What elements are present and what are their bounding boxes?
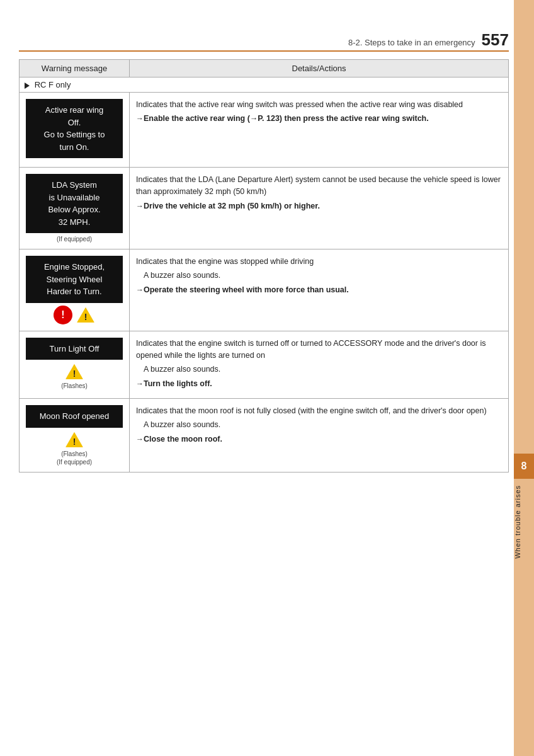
page-header: 8-2. Steps to take in an emergency 557 xyxy=(19,32,509,52)
rcf-only-label: RC F only xyxy=(35,80,71,89)
display-line-1: Moon Roof opened xyxy=(32,410,116,423)
table-row: Engine Stopped, Steering Wheel Harder to… xyxy=(20,249,509,331)
details-cell-moon-roof: Indicates that the moon roof is not full… xyxy=(130,399,509,472)
details-text-active-rear-wing: Indicates that the active rear wing swit… xyxy=(136,99,502,125)
display-line-4: turn On. xyxy=(32,141,116,154)
svg-text:!: ! xyxy=(73,369,76,379)
display-box-turn-light-off: Turn Light Off xyxy=(26,338,123,360)
page-number: 557 xyxy=(482,32,509,48)
display-box-engine-stopped: Engine Stopped, Steering Wheel Harder to… xyxy=(26,256,123,303)
chapter-title: When trouble arises xyxy=(514,485,534,559)
display-box-moon-roof: Moon Roof opened xyxy=(26,405,123,428)
svg-text:!: ! xyxy=(84,311,88,321)
icon-row-turn-light-off: ! xyxy=(26,362,123,381)
detail-desc-2: A buzzer also sounds. xyxy=(144,364,502,375)
display-line-3: Below Approx. xyxy=(32,203,116,216)
display-line-3: Harder to Turn. xyxy=(32,285,116,298)
display-box-lda: LDA System is Unavailable Below Approx. … xyxy=(26,174,123,233)
details-cell-active-rear-wing: Indicates that the active rear wing swit… xyxy=(130,93,509,168)
detail-action: →Operate the steering wheel with more fo… xyxy=(136,284,502,296)
display-line-4: 32 MPH. xyxy=(32,216,116,229)
detail-desc-2: A buzzer also sounds. xyxy=(144,270,502,282)
red-exclaim-icon: ! xyxy=(54,306,72,324)
flashes-label-moon-roof: (Flashes) xyxy=(26,450,123,457)
detail-desc: Indicates that the active rear wing swit… xyxy=(136,99,502,111)
display-box-active-rear-wing: Active rear wing Off. Go to Settings to … xyxy=(26,99,123,158)
rcf-only-cell: RC F only xyxy=(20,77,509,93)
detail-action: →Close the moon roof. xyxy=(136,433,502,445)
table-row: Active rear wing Off. Go to Settings to … xyxy=(20,93,509,168)
display-line-2: Off. xyxy=(32,117,116,129)
warning-table: Warning message Details/Actions RC F onl… xyxy=(19,59,509,472)
details-text-lda: Indicates that the LDA (Lane Departure A… xyxy=(136,174,502,212)
table-row: Turn Light Off ! (Flashes) xyxy=(20,331,509,399)
warning-cell-engine-stopped: Engine Stopped, Steering Wheel Harder to… xyxy=(20,249,130,331)
icon-row-engine-stopped: ! ! xyxy=(26,306,123,324)
details-text-moon-roof: Indicates that the moon roof is not full… xyxy=(136,405,502,445)
main-content: 8-2. Steps to take in an emergency 557 W… xyxy=(19,0,509,649)
display-line-1: Turn Light Off xyxy=(32,343,116,355)
display-line-2: Steering Wheel xyxy=(32,273,116,286)
details-cell-lda: Indicates that the LDA (Lane Departure A… xyxy=(130,168,509,249)
detail-desc: Indicates that the LDA (Lane Departure A… xyxy=(136,174,502,198)
flashes-label-turn-light-off: (Flashes) xyxy=(26,382,123,389)
details-text-engine-stopped: Indicates that the engine was stopped wh… xyxy=(136,256,502,296)
table-row: LDA System is Unavailable Below Approx. … xyxy=(20,168,509,249)
col-header-warning: Warning message xyxy=(20,60,130,77)
side-tab: 8 When trouble arises xyxy=(514,0,534,756)
chapter-number: 8 xyxy=(514,454,534,479)
display-line-1: Active rear wing xyxy=(32,104,116,117)
detail-action: →Turn the lights off. xyxy=(136,378,502,390)
rcf-marker-icon xyxy=(25,83,30,89)
display-line-2: is Unavailable xyxy=(32,192,116,204)
detail-action: →Drive the vehicle at 32 mph (50 km/h) o… xyxy=(136,200,502,212)
rcf-only-row: RC F only xyxy=(20,77,509,93)
yellow-triangle-icon: ! xyxy=(65,430,84,449)
warning-cell-turn-light-off: Turn Light Off ! (Flashes) xyxy=(20,331,130,399)
warning-cell-lda: LDA System is Unavailable Below Approx. … xyxy=(20,168,130,249)
detail-desc-1: Indicates that the engine switch is turn… xyxy=(136,338,502,362)
details-cell-turn-light-off: Indicates that the engine switch is turn… xyxy=(130,331,509,399)
bottom-padding xyxy=(19,472,509,649)
col-header-details: Details/Actions xyxy=(130,60,509,77)
warning-cell-active-rear-wing: Active rear wing Off. Go to Settings to … xyxy=(20,93,130,168)
display-line-1: Engine Stopped, xyxy=(32,261,116,273)
svg-text:!: ! xyxy=(73,436,76,446)
if-equipped-label-lda: (If equipped) xyxy=(26,236,123,243)
detail-desc-1: Indicates that the moon roof is not full… xyxy=(136,405,502,417)
detail-desc-1: Indicates that the engine was stopped wh… xyxy=(136,256,502,268)
warning-cell-moon-roof: Moon Roof opened ! (Flashes) (If equippe… xyxy=(20,399,130,472)
if-equipped-label-moon-roof: (If equipped) xyxy=(26,459,123,466)
table-row: Moon Roof opened ! (Flashes) (If equippe… xyxy=(20,399,509,472)
display-line-1: LDA System xyxy=(32,179,116,192)
yellow-triangle-icon: ! xyxy=(65,362,84,381)
yellow-triangle-icon: ! xyxy=(76,306,95,324)
detail-desc-2: A buzzer also sounds. xyxy=(144,419,502,431)
details-text-turn-light-off: Indicates that the engine switch is turn… xyxy=(136,338,502,391)
section-title: 8-2. Steps to take in an emergency xyxy=(348,38,475,47)
details-cell-engine-stopped: Indicates that the engine was stopped wh… xyxy=(130,249,509,331)
detail-action: →Enable the active rear wing (→P. 123) t… xyxy=(136,113,502,125)
icon-row-moon-roof: ! xyxy=(26,430,123,449)
display-line-3: Go to Settings to xyxy=(32,129,116,141)
